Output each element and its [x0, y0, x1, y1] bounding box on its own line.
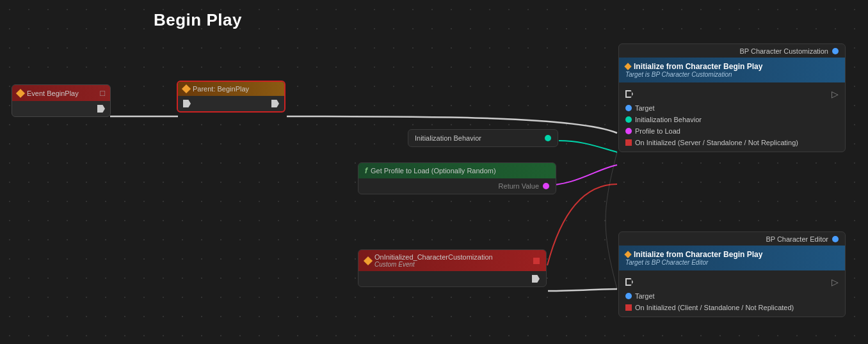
oninitialized-icon — [364, 256, 373, 265]
target-pin-row: Target — [625, 102, 839, 114]
parent-beginplay-node[interactable]: Parent: BeginPlay — [177, 81, 285, 113]
on-init-pin[interactable] — [625, 139, 632, 146]
return-value-label: Return Value — [499, 182, 539, 190]
event-icon — [16, 88, 25, 97]
close-icon: □ — [100, 88, 105, 98]
bp-char-custom-label-row: BP Character Customization — [619, 44, 845, 58]
page-title: Begin Play — [154, 10, 242, 30]
bp-char-editor-subtitle: Target is BP Character Editor — [625, 259, 839, 266]
target-obj-pin[interactable] — [832, 48, 839, 54]
bp-char-custom-subtitle: Target is BP Character Customization — [625, 71, 839, 78]
exec-out-pin[interactable] — [532, 275, 540, 283]
on-init-pin[interactable] — [625, 304, 632, 311]
event-beginplay-body — [12, 101, 110, 116]
init-behavior-out-pin[interactable] — [545, 135, 551, 141]
bp-char-custom-header: Initialize from Character Begin Play Tar… — [619, 58, 845, 82]
init-behavior-pin[interactable] — [625, 116, 632, 123]
parent-beginplay-label: Parent: BeginPlay — [193, 85, 249, 93]
bp-char-editor-header: Initialize from Character Begin Play Tar… — [619, 246, 845, 270]
target-label: Target — [635, 292, 655, 300]
header-icon — [624, 251, 631, 258]
on-init-pin-row: On Initialized (Client / Standalone / No… — [625, 302, 839, 313]
exec-out-arrow: ▷ — [832, 89, 839, 99]
on-init-pin-row: On Initialized (Server / Standalone / No… — [625, 137, 839, 148]
init-behavior-pin-row: Initialization Behavior — [625, 114, 839, 125]
oninitialized-body — [358, 271, 546, 286]
target-label: Target — [635, 104, 655, 112]
event-beginplay-label: Event BeginPlay — [27, 90, 79, 97]
bp-char-editor-node[interactable]: BP Character Editor Initialize from Char… — [618, 231, 846, 317]
profile-pin-label: Profile to Load — [635, 127, 680, 135]
exec-out-pin[interactable] — [271, 100, 279, 107]
header-icon — [624, 63, 631, 70]
return-value-pin[interactable] — [543, 183, 549, 189]
init-behavior-node[interactable]: Initialization Behavior — [408, 129, 558, 147]
profile-pin[interactable] — [625, 128, 632, 134]
bp-char-custom-title: Initialize from Character Begin Play — [625, 62, 839, 71]
on-init-pin-label: On Initialized (Client / Standalone / No… — [635, 304, 794, 311]
exec-in-pin[interactable] — [183, 100, 191, 107]
profile-pin-row: Profile to Load — [625, 125, 839, 137]
parent-beginplay-body — [178, 96, 284, 111]
target-obj-pin[interactable] — [832, 236, 839, 242]
function-icon: f — [365, 166, 367, 175]
exec-out-pin[interactable] — [97, 105, 105, 113]
oninitialized-sublabel: Custom Event — [374, 261, 493, 268]
exec-pin-row: ▷ — [625, 274, 839, 290]
exec-in-pin[interactable] — [625, 278, 633, 286]
parent-beginplay-header: Parent: BeginPlay — [178, 82, 284, 96]
red-square-pin[interactable] — [533, 258, 540, 264]
on-init-pin-label: On Initialized (Server / Standalone / No… — [635, 139, 798, 146]
event-beginplay-header: Event BeginPlay □ — [12, 85, 110, 101]
exec-in-pin[interactable] — [625, 90, 633, 98]
bp-char-editor-body: ▷ Target On Initialized (Client / Standa… — [619, 270, 845, 317]
get-profile-node[interactable]: f Get Profile to Load (Optionally Random… — [358, 162, 556, 194]
bp-char-custom-node[interactable]: BP Character Customization Initialize fr… — [618, 43, 846, 152]
event-beginplay-node[interactable]: Event BeginPlay □ — [12, 84, 111, 117]
bp-char-editor-label-row: BP Character Editor — [619, 232, 845, 246]
exec-out-arrow: ▷ — [832, 277, 839, 287]
target-pin[interactable] — [625, 105, 632, 111]
get-profile-body: Return Value — [358, 178, 556, 194]
oninitialized-header: OnInitialized_CharacterCustomization Cus… — [358, 250, 546, 271]
exec-pin-row: ▷ — [625, 86, 839, 102]
init-behavior-label: Initialization Behavior — [415, 134, 481, 142]
spacer — [17, 106, 22, 111]
target-pin-row: Target — [625, 290, 839, 302]
target-pin[interactable] — [625, 293, 632, 299]
init-behavior-pin-label: Initialization Behavior — [635, 116, 702, 123]
oninitialized-label: OnInitialized_CharacterCustomization — [374, 253, 493, 261]
bp-char-custom-target-label: BP Character Customization — [739, 47, 828, 55]
bp-char-editor-target-label: BP Character Editor — [766, 235, 828, 243]
oninitialized-node[interactable]: OnInitialized_CharacterCustomization Cus… — [358, 249, 547, 287]
blueprint-canvas: Begin Play Event BeginPlay □ — [0, 0, 868, 344]
get-profile-header: f Get Profile to Load (Optionally Random… — [358, 163, 556, 178]
get-profile-label: Get Profile to Load (Optionally Random) — [371, 167, 496, 175]
bp-char-custom-body: ▷ Target Initialization Behavior — [619, 82, 845, 152]
parent-icon — [182, 84, 191, 93]
bp-char-editor-title: Initialize from Character Begin Play — [625, 250, 839, 259]
